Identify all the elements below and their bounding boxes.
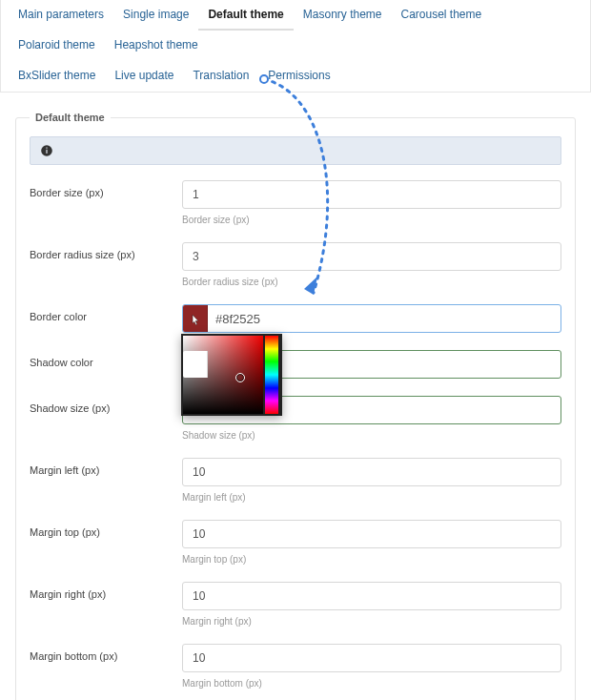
tabs-row-1: Main parameters Single image Default the… <box>9 0 582 61</box>
input-border-size[interactable] <box>182 180 561 209</box>
tab-polaroid-theme[interactable]: Polaroid theme <box>9 31 105 61</box>
panel-title: Default theme <box>30 112 111 123</box>
tab-masonry-theme[interactable]: Masonry theme <box>294 0 392 31</box>
label-margin-top: Margin top (px) <box>30 520 182 538</box>
shadow-color-swatch[interactable] <box>183 351 208 378</box>
svg-rect-2 <box>46 148 47 149</box>
hint-margin-bottom: Margin bottom (px) <box>182 678 561 689</box>
hint-border-radius: Border radius size (px) <box>182 277 561 287</box>
tab-live-update[interactable]: Live update <box>105 61 183 92</box>
label-margin-right: Margin right (px) <box>30 582 182 600</box>
label-shadow-color: Shadow color <box>30 350 182 368</box>
input-border-color-text[interactable] <box>208 305 560 332</box>
tabs-row-2: BxSlider theme Live update Translation P… <box>9 61 582 92</box>
tab-carousel-theme[interactable]: Carousel theme <box>391 0 491 31</box>
label-shadow-size: Shadow size (px) <box>30 396 182 414</box>
tab-translation[interactable]: Translation <box>183 61 258 92</box>
label-margin-left: Margin left (px) <box>30 458 182 476</box>
pointer-cursor-icon <box>189 313 202 328</box>
hint-margin-right: Margin right (px) <box>182 616 561 627</box>
tab-main-parameters[interactable]: Main parameters <box>9 0 113 31</box>
tab-single-image[interactable]: Single image <box>113 0 198 31</box>
tab-heapshot-theme[interactable]: Heapshot theme <box>105 31 208 61</box>
tabs-bar: Main parameters Single image Default the… <box>0 0 591 93</box>
info-icon <box>40 144 53 157</box>
tab-bxslider-theme[interactable]: BxSlider theme <box>9 61 105 92</box>
tab-default-theme[interactable]: Default theme <box>198 0 293 31</box>
default-theme-panel: Default theme Border size (px) Border si… <box>15 112 576 700</box>
color-picker-hue[interactable] <box>265 336 278 414</box>
svg-rect-1 <box>46 150 47 154</box>
label-border-radius: Border radius size (px) <box>30 242 182 260</box>
hint-border-size: Border size (px) <box>182 215 561 225</box>
input-border-radius[interactable] <box>182 242 561 271</box>
label-border-size: Border size (px) <box>30 180 182 198</box>
info-bar <box>30 136 561 165</box>
input-margin-left[interactable] <box>182 458 561 486</box>
hint-margin-top: Margin top (px) <box>182 554 561 565</box>
label-border-color: Border color <box>30 304 182 322</box>
border-color-swatch[interactable] <box>183 305 208 332</box>
input-margin-top[interactable] <box>182 520 561 548</box>
content-area: Default theme Border size (px) Border si… <box>0 93 591 700</box>
input-margin-bottom[interactable] <box>182 644 561 672</box>
label-margin-bottom: Margin bottom (px) <box>30 644 182 662</box>
input-margin-right[interactable] <box>182 582 561 610</box>
tab-permissions[interactable]: Permissions <box>258 61 339 92</box>
input-border-color[interactable] <box>182 304 561 333</box>
hint-shadow-size: Shadow size (px) <box>182 430 561 441</box>
hint-margin-left: Margin left (px) <box>182 492 561 503</box>
